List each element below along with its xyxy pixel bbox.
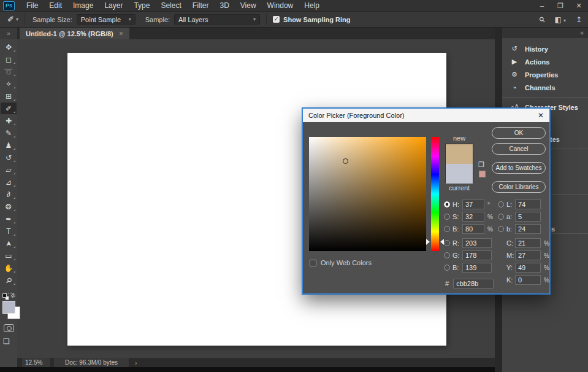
radio-r[interactable]	[444, 240, 450, 246]
menu-layer[interactable]: Layer	[99, 0, 128, 11]
zoom-level-field[interactable]: 12.5%	[22, 358, 50, 367]
input-m[interactable]	[515, 250, 541, 260]
color-field-marker[interactable]	[343, 158, 348, 164]
crop-tool[interactable]: ⊞	[1, 90, 17, 102]
sample-dropdown[interactable]: All Layers ▾	[174, 14, 260, 25]
color-libraries-button[interactable]: Color Libraries	[492, 181, 546, 193]
radio-h[interactable]	[444, 201, 450, 207]
eyedropper-tool[interactable]: ✐	[1, 103, 17, 114]
input-a[interactable]	[515, 212, 541, 222]
document-tab-title: Untitled-1 @ 12.5% (RGB/8)	[26, 30, 113, 37]
sample-size-dropdown[interactable]: Point Sample ▾	[77, 14, 136, 25]
eraser-tool[interactable]: ▱	[1, 164, 17, 176]
search-icon[interactable]: ⚲	[537, 15, 547, 25]
add-to-swatches-button[interactable]: Add to Swatches	[492, 162, 546, 174]
radio-b[interactable]	[444, 226, 450, 232]
type-tool-icon: T	[6, 228, 10, 235]
toolbar-collapse[interactable]: »	[0, 28, 17, 39]
menu-filter[interactable]: Filter	[187, 0, 215, 11]
rectangle-tool[interactable]: ▭	[1, 250, 17, 262]
smudge-tool[interactable]: ∂	[1, 188, 17, 200]
input-h[interactable]	[462, 200, 484, 209]
input-k[interactable]	[515, 275, 541, 285]
hand-tool[interactable]: ✋	[1, 262, 17, 274]
input-r[interactable]	[462, 238, 492, 248]
menu-select[interactable]: Select	[155, 0, 186, 11]
lasso-tool[interactable]: ➰	[1, 66, 17, 77]
input-b[interactable]	[462, 224, 484, 234]
input-g[interactable]	[462, 250, 492, 260]
panel-item-actions[interactable]: ▶Actions	[502, 55, 588, 68]
current-color-swatch[interactable]	[446, 164, 473, 184]
rectangular-marquee-tool[interactable]: ◻	[1, 53, 17, 65]
quick-selection-tool[interactable]: ✧	[1, 78, 17, 90]
document-tab[interactable]: Untitled-1 @ 12.5% (RGB/8) ✕	[20, 28, 129, 39]
radio-g[interactable]	[444, 252, 450, 258]
dialog-title-bar[interactable]: Color Picker (Foreground Color) ✕	[303, 109, 549, 122]
panel-divider	[502, 97, 588, 98]
brush-tool[interactable]: ✎	[1, 127, 17, 139]
tab-close-icon[interactable]: ✕	[119, 31, 124, 37]
panel-collapse-icon[interactable]: «	[580, 28, 584, 38]
web-safe-color-swatch[interactable]	[479, 171, 486, 177]
foreground-color-swatch[interactable]	[2, 301, 15, 314]
rectangular-marquee-tool-icon: ◻	[6, 56, 12, 63]
menu-image[interactable]: Image	[67, 0, 99, 11]
menu-window[interactable]: Window	[262, 0, 299, 11]
move-tool[interactable]: ✥	[1, 41, 17, 53]
paint-bucket-tool[interactable]: ⊿	[1, 176, 17, 188]
radio-b2[interactable]	[444, 265, 450, 271]
close-button[interactable]: ✕	[570, 0, 588, 12]
menu-file[interactable]: File	[21, 0, 44, 11]
radio-l[interactable]	[498, 201, 504, 207]
menu-3d[interactable]: 3D	[214, 0, 234, 11]
dialog-close-icon[interactable]: ✕	[538, 111, 544, 120]
workspace-icon[interactable]: ◧▾	[555, 15, 566, 24]
hue-slider[interactable]	[431, 137, 439, 251]
pen-tool[interactable]: ✒	[1, 213, 17, 225]
hue-slider-pointer-left[interactable]	[426, 239, 430, 245]
dodge-tool[interactable]: ❂	[1, 201, 17, 212]
quick-selection-tool-icon: ✧	[6, 80, 12, 88]
menu-type[interactable]: Type	[128, 0, 155, 11]
left-row-b2: B:	[444, 263, 501, 273]
eyedropper-preset-icon[interactable]: ✐	[7, 15, 14, 24]
show-sampling-ring-checkbox[interactable]: ✓	[273, 16, 280, 23]
screen-mode-button[interactable]: ❏	[3, 337, 10, 346]
hex-input[interactable]	[453, 279, 494, 289]
type-tool[interactable]: T	[1, 225, 17, 237]
input-l[interactable]	[515, 200, 541, 209]
doc-size-indicator[interactable]: Doc: 96.3M/0 bytes	[54, 358, 129, 367]
panel-label-fragment: s	[551, 225, 555, 233]
ok-button[interactable]: OK	[492, 127, 546, 139]
panel-item-properties[interactable]: ⚙Properties	[502, 68, 588, 81]
menu-view[interactable]: View	[235, 0, 262, 11]
status-options-chevron[interactable]: ›	[135, 359, 137, 366]
minimize-button[interactable]: –	[533, 0, 551, 12]
web-color-warning-cube-icon[interactable]: ❒	[478, 161, 484, 169]
input-y[interactable]	[515, 263, 541, 273]
cancel-button[interactable]: Cancel	[492, 143, 546, 155]
saturation-brightness-field[interactable]	[309, 137, 426, 251]
share-icon[interactable]: ↥	[576, 15, 582, 24]
path-selection-tool[interactable]: ➤	[1, 238, 17, 249]
clone-stamp-tool[interactable]: ♟	[1, 139, 17, 151]
radio-s[interactable]	[444, 214, 450, 220]
radio-lab-b[interactable]	[498, 226, 504, 232]
input-c[interactable]	[515, 238, 541, 248]
panel-item-history[interactable]: ↺History	[502, 42, 588, 55]
menu-help[interactable]: Help	[299, 0, 325, 11]
zoom-tool[interactable]: ⚲	[1, 274, 17, 286]
only-web-colors-checkbox[interactable]	[310, 260, 316, 266]
spot-healing-brush-tool[interactable]: ✚	[1, 115, 17, 126]
history-brush-tool[interactable]: ↺	[1, 152, 17, 163]
quick-mask-button[interactable]	[4, 324, 14, 332]
input-lab-b[interactable]	[515, 224, 541, 234]
input-s[interactable]	[462, 212, 484, 222]
menu-edit[interactable]: Edit	[44, 0, 67, 11]
input-b2[interactable]	[462, 263, 492, 273]
panel-item-channels[interactable]: ◔Channels	[502, 81, 588, 94]
restore-button[interactable]: ❐	[551, 0, 570, 12]
chevron-down-icon[interactable]: ▾	[16, 17, 18, 22]
radio-a[interactable]	[498, 214, 504, 220]
